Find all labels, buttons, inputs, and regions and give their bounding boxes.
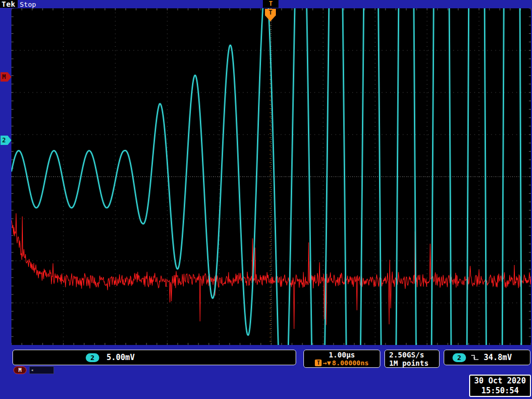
sample-rate: 2.50GS/s (389, 351, 439, 359)
date-value: 30 Oct 2020 (470, 376, 530, 386)
ch2-position-marker[interactable]: 2 (1, 136, 11, 145)
ch2-marker-label: 2 (2, 137, 6, 144)
ch2-scale-readout[interactable]: 2 5.00mV (12, 350, 296, 365)
trigger-delay-readout: T →▼ 8.00000ns (304, 359, 380, 367)
acquisition-readout[interactable]: 2.50GS/s 1M points (384, 350, 440, 368)
math-badge-label: M (18, 367, 21, 373)
trigger-delay-value: 8.00000ns (332, 359, 368, 367)
acquisition-status: Stop (20, 1, 36, 8)
record-length: 1M points (389, 359, 439, 367)
left-arrow-icon: ◂ (31, 367, 33, 373)
waveform-display (11, 8, 531, 345)
trigger-source-badge[interactable]: 2 (453, 353, 466, 362)
trigger-delay-arrows: →▼ (323, 359, 331, 367)
trigger-marker-label: T (269, 9, 272, 21)
trigger-readout[interactable]: 2 34.8mV (444, 350, 530, 365)
top-status-strip: Tek Stop T (0, 0, 532, 8)
datetime-box: 30 Oct 2020 15:50:54 (469, 375, 531, 397)
brand-logo: Tek (2, 0, 16, 8)
timebase-readout[interactable]: 1.00µs T →▼ 8.00000ns (303, 350, 380, 368)
trigger-position-strip-patch: T (263, 0, 278, 8)
ch2-badge[interactable]: 2 (86, 353, 99, 362)
trigger-position-strip-label: T (263, 0, 278, 8)
graticule (11, 8, 531, 345)
math-channel-badge[interactable]: M (14, 366, 26, 374)
trigger-slope-icon (471, 354, 479, 361)
trigger-delay-icon: T (315, 360, 322, 366)
math-channel-position-marker[interactable]: M (1, 72, 11, 82)
timebase-scale: 1.00µs (304, 351, 380, 359)
time-value: 15:50:54 (470, 386, 530, 396)
ch2-scale-value: 5.00mV (107, 353, 135, 362)
trigger-level-value: 34.8mV (484, 353, 512, 362)
math-marker-label: M (2, 73, 6, 81)
math-readout-popup: ◂ (29, 366, 54, 374)
